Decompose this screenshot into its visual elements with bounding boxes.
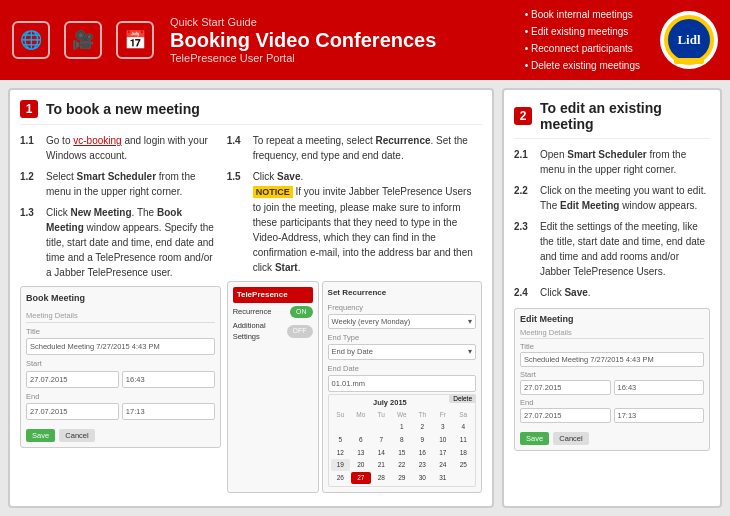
left-panel-number: 1 [20, 100, 38, 118]
edit-start-date-input[interactable]: 27.07.2015 [520, 380, 611, 395]
step-2-4: 2.4 Click Save. [514, 285, 710, 300]
additional-toggle[interactable]: OFF [287, 325, 313, 338]
book-meeting-screen: Book Meeting Meeting Details Title Sched… [20, 286, 221, 448]
bullet-1: Book internal meetings [525, 6, 640, 23]
right-panel-number: 2 [514, 107, 532, 125]
step-2-2: 2.2 Click on the meeting you want to edi… [514, 183, 710, 213]
book-end-time-input[interactable]: 17:13 [122, 403, 215, 420]
bullet-2: Edit existing meetings [525, 23, 640, 40]
telepresence-screen: TelePresence Recurrence ON Additional Se… [227, 281, 319, 493]
edit-end-date-input[interactable]: 27.07.2015 [520, 408, 611, 423]
edit-title-input[interactable]: Scheduled Meeting 7/27/2015 4:43 PM [520, 352, 704, 367]
header-icons: 🌐 🎥 📅 [12, 21, 154, 59]
step-2-3: 2.3 Edit the settings of the meeting, li… [514, 219, 710, 279]
step-1-5: 1.5 Click Save. NOTICE If you invite Jab… [227, 169, 482, 275]
right-panel-title: To edit an existing meeting [540, 100, 710, 132]
end-date-input[interactable]: 01.01.mm [328, 375, 476, 392]
edit-meeting-details-label: Meeting Details [520, 328, 704, 339]
quick-start-label: Quick Start Guide [170, 16, 525, 28]
calendar-grid: Su Mo Tu We Th Fr Sa 1 [331, 410, 473, 484]
book-save-button[interactable]: Save [26, 429, 55, 442]
book-title-input[interactable]: Scheduled Meeting 7/27/2015 4:43 PM [26, 338, 215, 355]
vc-booking-link[interactable]: vc-booking [73, 135, 121, 146]
edit-meeting-screen: Edit Meeting Meeting Details Title Sched… [514, 308, 710, 451]
end-type-select[interactable]: End by Date ▾ [328, 344, 476, 359]
book-meeting-title: Book Meeting [26, 292, 215, 306]
edit-start-time-input[interactable]: 16:43 [614, 380, 705, 395]
calendar-icon: 📅 [116, 21, 154, 59]
book-end-date-input[interactable]: 27.07.2015 [26, 403, 119, 420]
left-steps-col2: 1.4 To repeat a meeting, select Recurren… [227, 133, 482, 493]
left-panel-title: To book a new meeting [46, 101, 200, 117]
frequency-select[interactable]: Weekly (every Monday) ▾ [328, 314, 476, 329]
edit-cancel-button[interactable]: Cancel [553, 432, 588, 445]
set-recurrence-screen: Set Recurrence Frequency Weekly (every M… [322, 281, 482, 493]
edit-end-time-input[interactable]: 17:13 [614, 408, 705, 423]
main-content: 1 To book a new meeting 1.1 Go to vc-boo… [0, 80, 730, 516]
left-panel-header: 1 To book a new meeting [20, 100, 482, 125]
left-steps-col1: 1.1 Go to vc-booking and login with your… [20, 133, 221, 493]
step-1-4: 1.4 To repeat a meeting, select Recurren… [227, 133, 482, 163]
video-icon: 🎥 [64, 21, 102, 59]
header-bullets: Book internal meetings Edit existing mee… [525, 6, 640, 74]
lidl-text: Lidl [677, 32, 700, 48]
header-text: Quick Start Guide Booking Video Conferen… [170, 16, 525, 64]
additional-row: Additional Settings OFF [233, 320, 313, 343]
edit-save-button[interactable]: Save [520, 432, 549, 445]
globe-icon: 🌐 [12, 21, 50, 59]
right-panel: 2 To edit an existing meeting 2.1 Open S… [502, 88, 722, 508]
book-start-time-input[interactable]: 16:43 [122, 371, 215, 388]
step-1-3: 1.3 Click New Meeting. The Book Meeting … [20, 205, 221, 280]
subtitle: TelePresence User Portal [170, 52, 525, 64]
telepresence-title: TelePresence [233, 287, 313, 303]
header: 🌐 🎥 📅 Quick Start Guide Booking Video Co… [0, 0, 730, 80]
notice-badge: NOTICE [253, 186, 293, 198]
tp-mocks: TelePresence Recurrence ON Additional Se… [227, 281, 482, 493]
main-title: Booking Video Conferences [170, 28, 525, 52]
step-1-1: 1.1 Go to vc-booking and login with your… [20, 133, 221, 163]
bullet-4: Delete existing meetings [525, 57, 640, 74]
book-cancel-button[interactable]: Cancel [59, 429, 94, 442]
delete-button[interactable]: Delete [449, 394, 476, 403]
recurrence-row: Recurrence ON [233, 306, 313, 319]
meeting-details-label: Meeting Details [26, 310, 215, 323]
edit-meeting-title: Edit Meeting [520, 314, 704, 324]
mini-calendar: July 2015 Su Mo Tu We Th Fr Sa [328, 394, 476, 487]
lidl-logo: Lidl [660, 11, 718, 69]
left-panel: 1 To book a new meeting 1.1 Go to vc-boo… [8, 88, 494, 508]
right-panel-header: 2 To edit an existing meeting [514, 100, 710, 139]
step-1-2: 1.2 Select Smart Scheduler from the menu… [20, 169, 221, 199]
recurrence-toggle[interactable]: ON [290, 306, 313, 319]
book-start-date-input[interactable]: 27.07.2015 [26, 371, 119, 388]
lidl-inner: Lidl [664, 15, 714, 65]
right-steps: 2.1 Open Smart Scheduler from the menu i… [514, 147, 710, 300]
bullet-3: Reconnect participants [525, 40, 640, 57]
step-2-1: 2.1 Open Smart Scheduler from the menu i… [514, 147, 710, 177]
set-recurrence-title: Set Recurrence [328, 287, 476, 299]
